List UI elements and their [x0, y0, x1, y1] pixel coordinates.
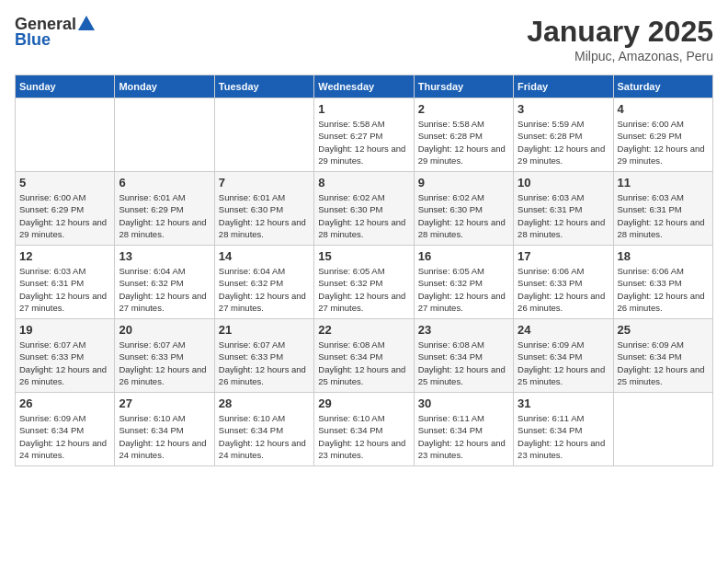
- day-number: 24: [518, 323, 609, 337]
- day-info: Sunrise: 6:10 AM Sunset: 6:34 PM Dayligh…: [318, 412, 409, 461]
- day-number: 8: [318, 176, 409, 190]
- day-number: 5: [19, 176, 110, 190]
- calendar-day-cell: 17Sunrise: 6:06 AM Sunset: 6:33 PM Dayli…: [514, 246, 613, 319]
- day-info: Sunrise: 6:11 AM Sunset: 6:34 PM Dayligh…: [418, 412, 509, 461]
- calendar-day-cell: 12Sunrise: 6:03 AM Sunset: 6:31 PM Dayli…: [16, 246, 115, 319]
- calendar-day-cell: 19Sunrise: 6:07 AM Sunset: 6:33 PM Dayli…: [16, 319, 115, 393]
- calendar-day-cell: [214, 98, 313, 172]
- day-info: Sunrise: 6:08 AM Sunset: 6:34 PM Dayligh…: [318, 339, 409, 387]
- logo-blue-text: Blue: [15, 30, 51, 50]
- day-number: 10: [518, 176, 609, 190]
- calendar-day-cell: 22Sunrise: 6:08 AM Sunset: 6:34 PM Dayli…: [314, 319, 414, 393]
- calendar-day-cell: 24Sunrise: 6:09 AM Sunset: 6:34 PM Dayli…: [514, 319, 613, 393]
- day-number: 16: [418, 249, 509, 263]
- calendar-day-cell: 3Sunrise: 5:59 AM Sunset: 6:28 PM Daylig…: [514, 98, 613, 172]
- day-info: Sunrise: 6:03 AM Sunset: 6:31 PM Dayligh…: [518, 191, 609, 240]
- calendar-header-row: SundayMondayTuesdayWednesdayThursdayFrid…: [16, 75, 713, 98]
- day-info: Sunrise: 6:09 AM Sunset: 6:34 PM Dayligh…: [618, 339, 709, 387]
- day-info: Sunrise: 6:07 AM Sunset: 6:33 PM Dayligh…: [219, 339, 310, 387]
- calendar-day-cell: 7Sunrise: 6:01 AM Sunset: 6:30 PM Daylig…: [214, 172, 313, 246]
- svg-marker-0: [78, 16, 95, 30]
- calendar-title: January 2025: [527, 15, 713, 49]
- day-number: 28: [219, 396, 310, 410]
- day-info: Sunrise: 6:08 AM Sunset: 6:34 PM Dayligh…: [418, 339, 509, 387]
- weekday-header: Friday: [514, 75, 613, 98]
- day-info: Sunrise: 6:04 AM Sunset: 6:32 PM Dayligh…: [119, 265, 210, 314]
- calendar-day-cell: 30Sunrise: 6:11 AM Sunset: 6:34 PM Dayli…: [414, 393, 513, 466]
- day-number: 21: [219, 323, 310, 337]
- day-info: Sunrise: 6:04 AM Sunset: 6:32 PM Dayligh…: [219, 265, 310, 314]
- weekday-header: Sunday: [16, 75, 115, 98]
- calendar-day-cell: 20Sunrise: 6:07 AM Sunset: 6:33 PM Dayli…: [115, 319, 214, 393]
- weekday-header: Thursday: [414, 75, 513, 98]
- calendar-day-cell: 9Sunrise: 6:02 AM Sunset: 6:30 PM Daylig…: [414, 172, 513, 246]
- calendar-subtitle: Milpuc, Amazonas, Peru: [527, 49, 713, 63]
- day-info: Sunrise: 5:58 AM Sunset: 6:28 PM Dayligh…: [418, 118, 509, 167]
- calendar-day-cell: 25Sunrise: 6:09 AM Sunset: 6:34 PM Dayli…: [613, 319, 712, 393]
- day-info: Sunrise: 6:01 AM Sunset: 6:30 PM Dayligh…: [219, 191, 310, 240]
- day-number: 4: [618, 102, 709, 116]
- day-number: 17: [518, 249, 609, 263]
- day-number: 30: [418, 396, 509, 410]
- day-number: 19: [19, 323, 110, 337]
- calendar-day-cell: [16, 98, 115, 172]
- calendar-day-cell: 2Sunrise: 5:58 AM Sunset: 6:28 PM Daylig…: [414, 98, 513, 172]
- calendar-day-cell: 6Sunrise: 6:01 AM Sunset: 6:29 PM Daylig…: [115, 172, 214, 246]
- page-header: General Blue January 2025 Milpuc, Amazon…: [15, 15, 713, 63]
- calendar-day-cell: 27Sunrise: 6:10 AM Sunset: 6:34 PM Dayli…: [115, 393, 214, 466]
- day-info: Sunrise: 6:05 AM Sunset: 6:32 PM Dayligh…: [418, 265, 509, 314]
- calendar-week-row: 1Sunrise: 5:58 AM Sunset: 6:27 PM Daylig…: [16, 98, 713, 172]
- day-number: 7: [219, 176, 310, 190]
- calendar-day-cell: [115, 98, 214, 172]
- day-number: 27: [119, 396, 210, 410]
- logo-triangle-icon: [78, 16, 95, 30]
- calendar-day-cell: 14Sunrise: 6:04 AM Sunset: 6:32 PM Dayli…: [214, 246, 313, 319]
- day-number: 23: [418, 323, 509, 337]
- day-info: Sunrise: 6:06 AM Sunset: 6:33 PM Dayligh…: [618, 265, 709, 314]
- calendar-week-row: 5Sunrise: 6:00 AM Sunset: 6:29 PM Daylig…: [16, 172, 713, 246]
- day-number: 18: [618, 249, 709, 263]
- weekday-header: Saturday: [613, 75, 712, 98]
- day-number: 6: [119, 176, 210, 190]
- calendar-day-cell: 29Sunrise: 6:10 AM Sunset: 6:34 PM Dayli…: [314, 393, 414, 466]
- day-info: Sunrise: 6:09 AM Sunset: 6:34 PM Dayligh…: [518, 339, 609, 387]
- calendar-day-cell: 15Sunrise: 6:05 AM Sunset: 6:32 PM Dayli…: [314, 246, 414, 319]
- calendar-day-cell: 21Sunrise: 6:07 AM Sunset: 6:33 PM Dayli…: [214, 319, 313, 393]
- day-number: 3: [518, 102, 609, 116]
- day-info: Sunrise: 6:02 AM Sunset: 6:30 PM Dayligh…: [418, 191, 509, 240]
- calendar-day-cell: 23Sunrise: 6:08 AM Sunset: 6:34 PM Dayli…: [414, 319, 513, 393]
- day-info: Sunrise: 6:10 AM Sunset: 6:34 PM Dayligh…: [119, 412, 210, 461]
- day-info: Sunrise: 5:58 AM Sunset: 6:27 PM Dayligh…: [318, 118, 409, 167]
- calendar-week-row: 26Sunrise: 6:09 AM Sunset: 6:34 PM Dayli…: [16, 393, 713, 466]
- day-info: Sunrise: 6:03 AM Sunset: 6:31 PM Dayligh…: [618, 191, 709, 240]
- day-number: 14: [219, 249, 310, 263]
- calendar-day-cell: [613, 393, 712, 466]
- calendar-day-cell: 26Sunrise: 6:09 AM Sunset: 6:34 PM Dayli…: [16, 393, 115, 466]
- day-info: Sunrise: 6:07 AM Sunset: 6:33 PM Dayligh…: [119, 339, 210, 387]
- day-number: 22: [318, 323, 409, 337]
- calendar-day-cell: 1Sunrise: 5:58 AM Sunset: 6:27 PM Daylig…: [314, 98, 414, 172]
- calendar-day-cell: 10Sunrise: 6:03 AM Sunset: 6:31 PM Dayli…: [514, 172, 613, 246]
- calendar-day-cell: 16Sunrise: 6:05 AM Sunset: 6:32 PM Dayli…: [414, 246, 513, 319]
- day-info: Sunrise: 6:00 AM Sunset: 6:29 PM Dayligh…: [19, 191, 110, 240]
- day-info: Sunrise: 6:05 AM Sunset: 6:32 PM Dayligh…: [318, 265, 409, 314]
- weekday-header: Wednesday: [314, 75, 414, 98]
- calendar-week-row: 12Sunrise: 6:03 AM Sunset: 6:31 PM Dayli…: [16, 246, 713, 319]
- day-info: Sunrise: 5:59 AM Sunset: 6:28 PM Dayligh…: [518, 118, 609, 167]
- day-number: 26: [19, 396, 110, 410]
- calendar-day-cell: 4Sunrise: 6:00 AM Sunset: 6:29 PM Daylig…: [613, 98, 712, 172]
- day-info: Sunrise: 6:03 AM Sunset: 6:31 PM Dayligh…: [19, 265, 110, 314]
- calendar-day-cell: 18Sunrise: 6:06 AM Sunset: 6:33 PM Dayli…: [613, 246, 712, 319]
- day-number: 11: [618, 176, 709, 190]
- day-number: 25: [618, 323, 709, 337]
- day-info: Sunrise: 6:11 AM Sunset: 6:34 PM Dayligh…: [518, 412, 609, 461]
- day-number: 29: [318, 396, 409, 410]
- day-info: Sunrise: 6:09 AM Sunset: 6:34 PM Dayligh…: [19, 412, 110, 461]
- calendar-day-cell: 31Sunrise: 6:11 AM Sunset: 6:34 PM Dayli…: [514, 393, 613, 466]
- day-info: Sunrise: 6:06 AM Sunset: 6:33 PM Dayligh…: [518, 265, 609, 314]
- day-info: Sunrise: 6:02 AM Sunset: 6:30 PM Dayligh…: [318, 191, 409, 240]
- logo: General Blue: [15, 15, 95, 50]
- calendar-table: SundayMondayTuesdayWednesdayThursdayFrid…: [15, 75, 713, 466]
- calendar-week-row: 19Sunrise: 6:07 AM Sunset: 6:33 PM Dayli…: [16, 319, 713, 393]
- day-number: 2: [418, 102, 509, 116]
